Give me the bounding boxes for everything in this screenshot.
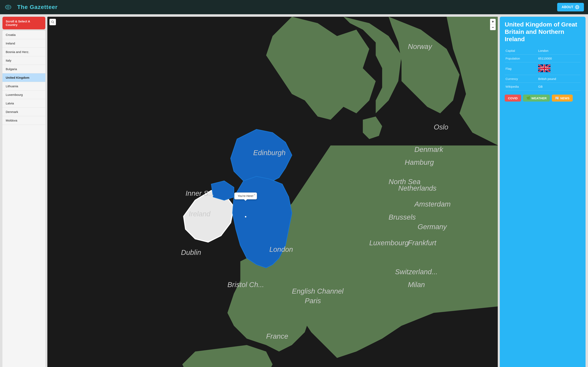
wikipedia-value: GB: [537, 83, 581, 91]
population-label: Population: [505, 55, 537, 62]
news-button[interactable]: 📰 NEWS: [552, 95, 573, 101]
map-pin: [244, 215, 247, 220]
country-item-italy[interactable]: Italy: [2, 56, 45, 65]
weather-label: WEATHER: [531, 96, 547, 100]
wikipedia-row: Wikipedia GB: [505, 83, 581, 91]
currency-row: Currency British pound: [505, 75, 581, 83]
flag-cell: [537, 62, 581, 75]
country-sidebar: Scroll & Select A Country Croatia Irelan…: [2, 17, 45, 367]
flag-label: Flag: [505, 62, 537, 75]
globe-btn-icon: [575, 5, 579, 9]
news-icon: 📰: [555, 96, 559, 100]
zoom-controls: + −: [490, 19, 496, 30]
weather-icon: 🌿: [526, 96, 530, 100]
wikipedia-label: Wikipedia: [505, 83, 537, 91]
capital-row: Capital London: [505, 47, 581, 55]
country-item-lithuania[interactable]: Lithuania: [2, 82, 45, 91]
capital-value: London: [537, 47, 581, 55]
svg-rect-42: [538, 68, 550, 69]
country-item-croatia[interactable]: Croatia: [2, 31, 45, 39]
country-item-luxembourg[interactable]: Luxembourg: [2, 91, 45, 99]
globe-icon: [4, 3, 15, 11]
country-item-latvia[interactable]: Latvia: [2, 99, 45, 108]
covid-button[interactable]: COVID: [505, 95, 521, 101]
popup-text: You're Here!: [238, 194, 253, 198]
flag-row: Flag: [505, 62, 581, 75]
country-name: United Kingdom of Great Britain and Nort…: [505, 21, 581, 43]
capital-label: Capital: [505, 47, 537, 55]
map-svg: Norway Oslo Denmark North Sea Ireland Du…: [47, 17, 498, 367]
about-button[interactable]: ABOUT: [557, 3, 584, 11]
zoom-out-button[interactable]: −: [490, 25, 496, 30]
main-content: Scroll & Select A Country Croatia Irelan…: [0, 14, 588, 367]
svg-point-31: [52, 21, 53, 23]
search-icon: [51, 20, 54, 24]
country-item-ireland[interactable]: Ireland: [2, 39, 45, 48]
country-item-uk[interactable]: United Kingdom: [2, 73, 45, 82]
info-table: Capital London Population 65110000 Flag: [505, 47, 581, 91]
action-buttons: COVID 🌿 WEATHER 📰 NEWS: [505, 95, 581, 101]
map-popup: × You're Here!: [234, 192, 257, 200]
app-header: The Gazetteer ABOUT: [0, 0, 588, 14]
map-container[interactable]: Norway Oslo Denmark North Sea Ireland Du…: [47, 17, 498, 367]
country-item-bosnia[interactable]: Bosnia and Herz.: [2, 48, 45, 56]
population-row: Population 65110000: [505, 55, 581, 62]
svg-point-33: [245, 216, 246, 217]
country-item-moldova[interactable]: Moldova: [2, 116, 45, 125]
logo-area: The Gazetteer: [4, 3, 58, 11]
population-value: 65110000: [537, 55, 581, 62]
scroll-select-button[interactable]: Scroll & Select A Country: [2, 17, 45, 29]
zoom-in-button[interactable]: +: [490, 19, 496, 25]
svg-line-32: [53, 23, 54, 24]
country-list: Croatia Ireland Bosnia and Herz. Italy B…: [2, 31, 45, 367]
currency-value: British pound: [537, 75, 581, 83]
svg-rect-0: [4, 3, 15, 11]
app-title: The Gazetteer: [17, 4, 58, 10]
about-label: ABOUT: [562, 5, 573, 9]
currency-label: Currency: [505, 75, 537, 83]
country-item-bulgaria[interactable]: Bulgaria: [2, 65, 45, 73]
map-search-button[interactable]: [49, 19, 56, 25]
uk-flag: [538, 64, 550, 72]
info-panel: United Kingdom of Great Britain and Nort…: [500, 17, 586, 367]
news-label: NEWS: [560, 96, 570, 100]
country-item-denmark[interactable]: Denmark: [2, 108, 45, 116]
location-pin-icon: [244, 215, 247, 219]
popup-close[interactable]: ×: [254, 193, 255, 196]
weather-button[interactable]: 🌿 WEATHER: [523, 95, 550, 101]
